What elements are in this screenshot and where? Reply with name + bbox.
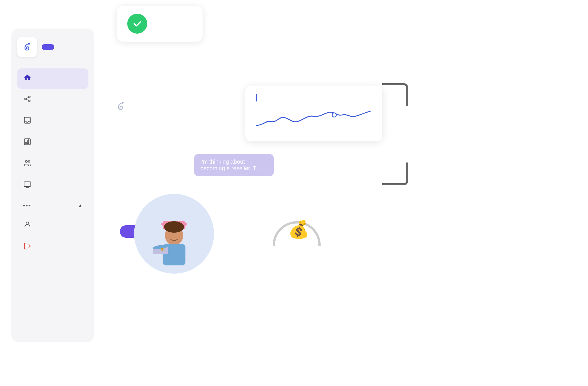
sidebar-item-my-account[interactable]: [17, 216, 88, 236]
svg-rect-9: [27, 141, 28, 144]
svg-point-12: [28, 161, 30, 162]
sidebar: ••• ▲: [11, 29, 94, 342]
chat-bird-icon: [114, 100, 127, 114]
chevron-up-icon: ▲: [78, 203, 83, 209]
svg-line-5: [26, 99, 29, 100]
bracket-bottom-right: [382, 162, 408, 185]
svg-point-23: [164, 221, 184, 233]
svg-point-3: [29, 100, 30, 102]
money-bag-area: 💰: [268, 208, 325, 249]
blue-bar-icon: [256, 94, 257, 101]
inbox-icon: [23, 116, 32, 126]
subscriptions-icon: [23, 180, 32, 190]
sidebar-item-more[interactable]: ••• ▲: [17, 197, 88, 214]
svg-rect-24: [163, 244, 185, 265]
bots-icon: [23, 95, 32, 105]
svg-point-1: [25, 98, 26, 100]
sidebar-item-bots[interactable]: [17, 90, 88, 110]
partner-badge: [42, 44, 54, 50]
svg-rect-8: [26, 142, 26, 144]
money-gauge: 💰: [268, 208, 325, 248]
person-circle: [134, 194, 214, 274]
user-message-text: I'm thinking about becoming a reseller. …: [200, 159, 260, 171]
svg-text:💰: 💰: [288, 219, 310, 239]
conversion-card: [245, 86, 382, 141]
svg-point-2: [29, 96, 30, 98]
svg-point-16: [26, 222, 29, 225]
user-message: I'm thinking about becoming a reseller. …: [194, 154, 274, 176]
bracket-top-right: [382, 83, 408, 106]
sidebar-item-analytics[interactable]: [17, 133, 88, 153]
svg-rect-28: [161, 248, 163, 251]
person-icon: [146, 208, 203, 271]
analytics-icon: [23, 138, 32, 148]
logo-icon: [21, 41, 33, 53]
sidebar-item-subscriptions[interactable]: [17, 175, 88, 196]
person-svg: [146, 208, 203, 265]
checkmark-svg: [132, 19, 142, 29]
logout-icon: [23, 242, 32, 252]
sidebar-item-home[interactable]: [17, 68, 88, 89]
conversion-chart: [256, 106, 371, 132]
conversion-label: [256, 94, 371, 101]
svg-rect-10: [29, 140, 29, 144]
svg-point-19: [332, 113, 336, 117]
svg-point-18: [122, 103, 124, 104]
svg-line-4: [26, 97, 29, 98]
sidebar-item-team[interactable]: [17, 154, 88, 174]
team-icon: [23, 159, 32, 169]
account-icon: [23, 221, 32, 231]
sidebar-item-logout[interactable]: [17, 237, 88, 257]
commission-check-icon: [127, 14, 147, 34]
svg-rect-27: [153, 249, 161, 254]
svg-point-0: [28, 44, 29, 45]
logo-box: [17, 37, 37, 57]
more-dots-icon: •••: [23, 202, 31, 209]
svg-rect-13: [24, 182, 31, 186]
home-icon: [23, 74, 32, 84]
commission-card: [117, 6, 203, 42]
svg-point-11: [25, 161, 27, 162]
sidebar-item-inbox[interactable]: [17, 111, 88, 131]
sidebar-header: [17, 37, 88, 57]
